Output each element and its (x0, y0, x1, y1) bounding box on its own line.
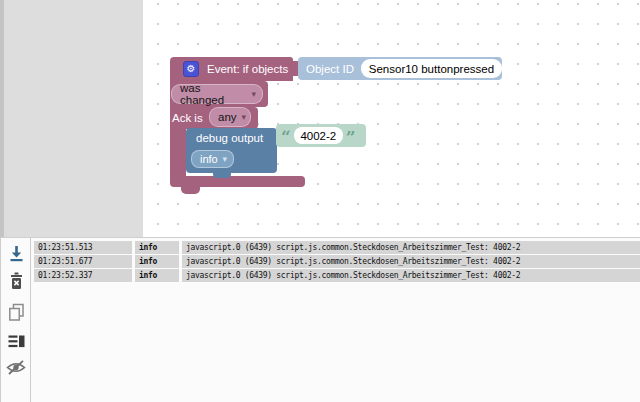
log-level-badge: info (135, 255, 179, 268)
copy-icon (8, 303, 25, 322)
log-message: javascript.0 (6439) script.js.common.Ste… (182, 241, 640, 254)
mutator-gear-icon[interactable]: ⚙ (183, 61, 199, 77)
debug-output-label: debug output (196, 132, 263, 144)
log-timestamp: 01:23:52.337 (34, 269, 132, 282)
event-block-next-connector (181, 186, 200, 194)
text-value-field[interactable]: 4002-2 (294, 127, 343, 144)
event-block-title: Event: if objects (207, 63, 288, 75)
format-log-button[interactable] (4, 329, 28, 353)
change-type-value: was changed (180, 82, 246, 106)
log-row[interactable]: 01:23:52.337 info javascript.0 (6439) sc… (34, 269, 640, 282)
close-quote-icon: ” (346, 132, 356, 140)
ack-label: Ack is (172, 107, 203, 128)
blockly-toolbox[interactable] (0, 0, 143, 237)
log-row[interactable]: 01:23:51.677 info javascript.0 (6439) sc… (34, 255, 640, 268)
blockly-script-editor: ⚙ Event: if objects Object ID Sensor10 b… (0, 0, 640, 402)
eye-slash-icon (6, 359, 26, 376)
dropdown-arrow-icon: ▾ (242, 112, 247, 122)
blockly-workspace[interactable]: ⚙ Event: if objects Object ID Sensor10 b… (0, 0, 640, 237)
log-row[interactable]: 01:23:51.513 info javascript.0 (6439) sc… (34, 241, 640, 254)
log-level-badge: info (135, 241, 179, 254)
log-panel: 01:23:51.513 info javascript.0 (6439) sc… (0, 237, 640, 402)
log-level-badge: info (135, 269, 179, 282)
log-entries: 01:23:51.513 info javascript.0 (6439) sc… (34, 241, 640, 283)
open-quote-icon: “ (281, 132, 291, 140)
log-level-dropdown[interactable]: info ▾ (191, 150, 234, 168)
debug-block-next-connector (213, 172, 231, 178)
scroll-to-bottom-button[interactable] (4, 241, 28, 265)
event-block-spine[interactable] (170, 128, 186, 177)
scroll-to-bottom-icon (9, 245, 24, 262)
dropdown-arrow-icon: ▾ (251, 89, 256, 99)
ack-dropdown[interactable]: any ▾ (209, 107, 251, 127)
clear-log-button[interactable] (4, 269, 28, 293)
log-timestamp: 01:23:51.677 (34, 255, 132, 268)
list-layout-icon (8, 335, 25, 348)
log-level-value: info (200, 153, 218, 165)
text-value-block[interactable]: “ 4002-2 ” (276, 124, 366, 147)
dropdown-arrow-icon: ▾ (222, 154, 227, 164)
trash-icon (9, 272, 24, 290)
event-block-header[interactable]: ⚙ Event: if objects (170, 57, 293, 81)
object-id-label: Object ID (306, 63, 354, 75)
log-toolbar (1, 238, 31, 402)
object-id-block[interactable]: Object ID Sensor10 buttonpressed (298, 57, 502, 80)
log-message: javascript.0 (6439) script.js.common.Ste… (182, 255, 640, 268)
log-timestamp: 01:23:51.513 (34, 241, 132, 254)
change-type-dropdown[interactable]: was changed ▾ (171, 84, 263, 104)
copy-log-button[interactable] (4, 300, 28, 324)
hide-log-button[interactable] (4, 355, 28, 379)
log-message: javascript.0 (6439) script.js.common.Ste… (182, 269, 640, 282)
ack-value: any (218, 111, 237, 123)
object-id-field[interactable]: Sensor10 buttonpressed (361, 59, 502, 78)
